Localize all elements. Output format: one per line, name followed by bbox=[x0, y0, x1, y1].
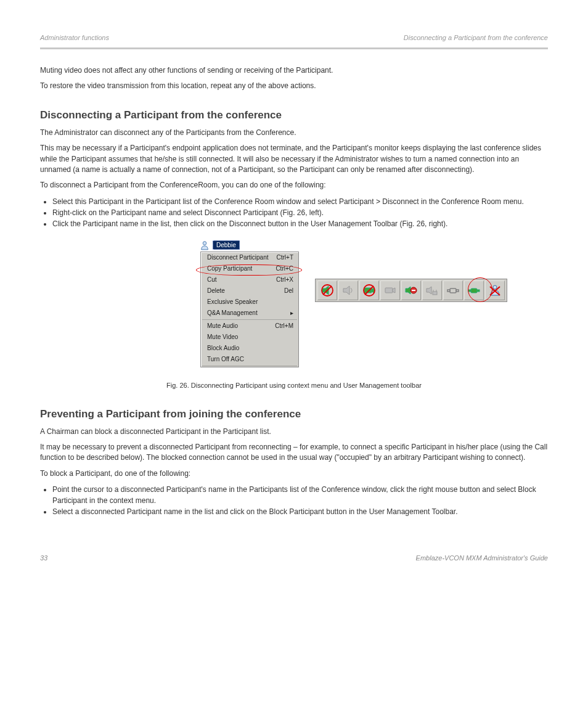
speaker-off-button[interactable] bbox=[338, 280, 358, 300]
list-item: Right-click on the Participant name and … bbox=[52, 207, 548, 218]
svg-point-24 bbox=[493, 285, 497, 289]
block-audio-button[interactable] bbox=[401, 280, 421, 300]
camera-control-button[interactable] bbox=[443, 280, 463, 300]
svg-rect-18 bbox=[450, 288, 456, 293]
action-intro: To disconnect a Participant from the Con… bbox=[40, 180, 548, 190]
menu-item-mute-video[interactable]: Mute Video bbox=[201, 332, 298, 343]
camera-off-button[interactable] bbox=[380, 280, 400, 300]
user-management-toolbar bbox=[315, 279, 507, 302]
speaker-off-icon bbox=[341, 284, 355, 297]
camera-off-icon bbox=[383, 284, 397, 297]
svg-rect-15 bbox=[433, 292, 437, 295]
svg-rect-19 bbox=[447, 290, 450, 292]
page-footer: 33 Emblaze-VCON MXM Administrator's Guid… bbox=[40, 554, 548, 562]
disconnect-icon bbox=[467, 284, 481, 297]
menu-item-delete[interactable]: Delete Del bbox=[201, 285, 298, 297]
mute-audio-icon bbox=[321, 284, 334, 297]
block-audio-icon bbox=[404, 284, 418, 297]
mute-video-icon bbox=[362, 284, 376, 297]
person-icon bbox=[200, 240, 209, 250]
agc-button[interactable] bbox=[422, 280, 442, 300]
svg-marker-11 bbox=[406, 287, 410, 294]
svg-rect-13 bbox=[412, 290, 415, 291]
agc-icon bbox=[425, 284, 439, 297]
submenu-arrow-icon: ▸ bbox=[290, 309, 293, 317]
svg-rect-21 bbox=[471, 288, 477, 293]
context-menu-mock: Debbie Disconnect Participant Ctrl+T Cop… bbox=[200, 240, 299, 367]
menu-separator bbox=[202, 319, 297, 320]
svg-point-0 bbox=[203, 241, 206, 245]
list-item: Point the cursor to a disconnected Parti… bbox=[52, 484, 548, 506]
menu-item-exclusive-speaker[interactable]: Exclusive Speaker bbox=[201, 297, 298, 308]
intro-paragraph: Muting video does not affect any other f… bbox=[40, 65, 548, 76]
section-heading-block: Preventing a Participant from joining th… bbox=[40, 408, 548, 420]
menu-item-mute-audio[interactable]: Mute Audio Ctrl+M bbox=[201, 321, 298, 332]
body-paragraph: This may be necessary if a Participant's… bbox=[40, 143, 548, 175]
svg-rect-20 bbox=[456, 290, 459, 292]
intro-paragraph: To restore the video transmission from t… bbox=[40, 81, 548, 91]
section-heading-disconnect: Disconnecting a Participant from the con… bbox=[40, 109, 548, 121]
svg-marker-4 bbox=[343, 286, 349, 295]
list-item: Select a disconnected Participant name i… bbox=[52, 506, 548, 517]
footer-right: Emblaze-VCON MXM Administrator's Guide bbox=[416, 554, 548, 562]
page-header: Administrator functions Disconnecting a … bbox=[40, 34, 548, 41]
svg-rect-23 bbox=[477, 290, 480, 292]
block-participant-icon bbox=[488, 284, 502, 297]
svg-rect-22 bbox=[468, 290, 471, 292]
figure-caption: Fig. 26. Disconnecting Participant using… bbox=[40, 381, 548, 391]
list-item: Click the Participant name in the list, … bbox=[52, 218, 548, 229]
menu-item-turn-off-agc[interactable]: Turn Off AGC bbox=[201, 354, 298, 365]
menu-item-label: Disconnect Participant bbox=[207, 253, 269, 262]
svg-marker-14 bbox=[427, 287, 431, 294]
menu-item-qa-management[interactable]: Q&A Management ▸ bbox=[201, 308, 298, 319]
figure-26: Debbie Disconnect Participant Ctrl+T Cop… bbox=[40, 240, 548, 367]
action-intro: To block a Participant, do one of the fo… bbox=[40, 469, 548, 479]
menu-separator bbox=[202, 366, 297, 366]
context-menu[interactable]: Disconnect Participant Ctrl+T Copy Parti… bbox=[200, 252, 299, 367]
svg-marker-6 bbox=[372, 288, 374, 293]
menu-item-block-audio[interactable]: Block Audio bbox=[201, 343, 298, 354]
svg-rect-9 bbox=[385, 288, 393, 293]
participant-name-chip[interactable]: Debbie bbox=[213, 240, 240, 250]
block-participant-button[interactable] bbox=[485, 280, 505, 300]
mute-audio-button[interactable] bbox=[317, 280, 337, 300]
menu-item-copy[interactable]: Copy Participant Ctrl+C bbox=[201, 263, 298, 274]
mute-video-button[interactable] bbox=[359, 280, 379, 300]
camera-control-icon bbox=[446, 284, 460, 297]
footer-page-number: 33 bbox=[40, 554, 47, 562]
body-paragraph: It may be necessary to prevent a disconn… bbox=[40, 442, 548, 464]
list-item: Select this Participant in the Participa… bbox=[52, 196, 548, 207]
header-divider bbox=[40, 47, 548, 49]
svg-marker-10 bbox=[393, 288, 395, 293]
body-paragraph: The Administrator can disconnect any of … bbox=[40, 128, 548, 138]
menu-item-disconnect[interactable]: Disconnect Participant Ctrl+T bbox=[201, 252, 298, 263]
body-paragraph: A Chairman can block a disconnected Part… bbox=[40, 427, 548, 437]
header-right: Disconnecting a Participant from the con… bbox=[404, 34, 548, 41]
menu-item-cut[interactable]: Cut Ctrl+X bbox=[201, 274, 298, 285]
header-left: Administrator functions bbox=[40, 34, 109, 41]
menu-item-shortcut: Ctrl+T bbox=[277, 253, 294, 262]
disconnect-button[interactable] bbox=[464, 280, 484, 300]
